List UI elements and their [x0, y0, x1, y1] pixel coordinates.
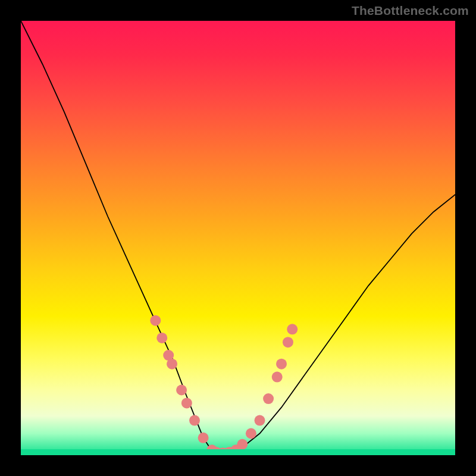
curve-marker	[276, 359, 287, 369]
curve-marker	[150, 315, 161, 326]
curve-marker	[255, 415, 265, 426]
curve-marker	[198, 433, 209, 443]
curve-marker	[189, 415, 200, 426]
curve-marker	[263, 393, 274, 404]
chart-svg	[21, 21, 455, 455]
green-baseline-strip	[21, 449, 455, 455]
curve-marker	[272, 372, 283, 383]
curve-markers	[150, 315, 298, 455]
curve-marker	[237, 439, 248, 450]
curve-marker	[283, 337, 293, 347]
curve-marker	[287, 324, 298, 334]
chart-plot-area	[21, 21, 455, 455]
chart-frame: TheBottleneck.com	[0, 0, 476, 476]
curve-marker	[167, 359, 177, 369]
curve-marker	[156, 333, 167, 343]
watermark-text: TheBottleneck.com	[352, 4, 469, 18]
bottleneck-curve	[21, 21, 455, 455]
curve-marker	[176, 385, 187, 396]
curve-marker	[246, 428, 256, 439]
curve-marker	[181, 397, 192, 408]
